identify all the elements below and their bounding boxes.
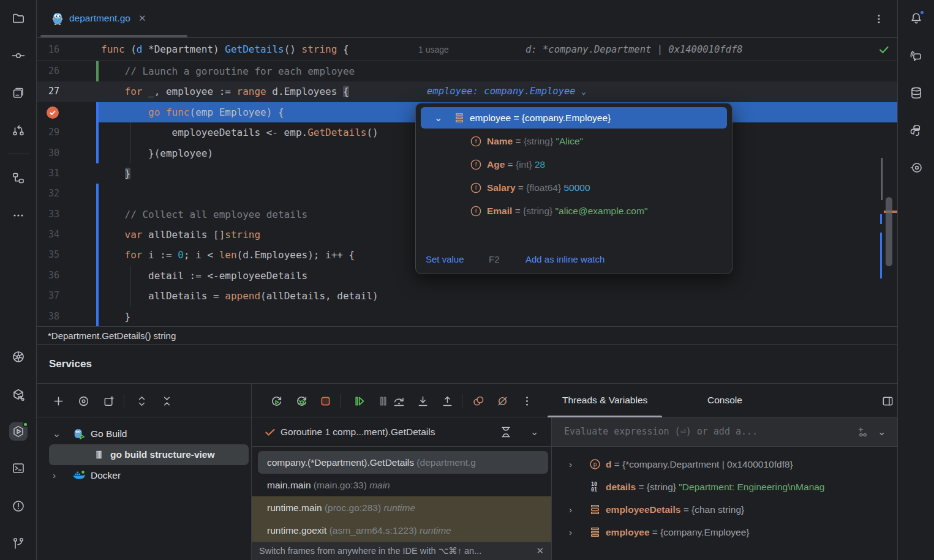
debugger-inline-hint[interactable]: employee: company.Employee ⌄ [427, 81, 586, 102]
change-marker [96, 307, 99, 327]
popup-field-salary[interactable]: fSalary = {float64} 50000 [416, 176, 732, 200]
editor-tab-bar: department.go ✕ [37, 0, 897, 38]
chevron-right-icon[interactable]: › [53, 470, 56, 481]
expand-all-icon[interactable] [134, 393, 149, 409]
chevron-down-icon[interactable]: ⌄ [581, 87, 586, 96]
rerun-debug-icon[interactable] [293, 393, 309, 409]
popup-field-name[interactable]: fName = {string} "Alice" [416, 130, 732, 153]
rerun-icon[interactable] [268, 393, 284, 409]
folder-icon[interactable] [9, 9, 28, 28]
tab-threads-variables[interactable]: Threads & Variables [548, 384, 662, 417]
code-text: for i := 0; i < len(d.Employees); i++ { [101, 245, 355, 265]
frame-row[interactable]: runtime.main (proc.go:283) runtime [252, 496, 551, 519]
line-number: 34 [37, 225, 59, 245]
pause-icon[interactable] [375, 393, 391, 409]
code-line-27[interactable]: 27 for _, employee := range d.Employees … [37, 81, 897, 102]
editor-tab-department-go[interactable]: department.go ✕ [47, 6, 151, 31]
code-text: }(employee) [101, 143, 213, 163]
editor-scrollbar-thumb[interactable] [886, 197, 892, 266]
variable-row-employeeDetails[interactable]: ›employeeDetails = {chan string} [552, 498, 897, 521]
line-number: 27 [37, 81, 59, 102]
hourglass-icon[interactable] [499, 425, 513, 439]
add-inline-watch-link[interactable]: Add as inline watch [525, 252, 604, 267]
commit-icon[interactable] [9, 47, 28, 65]
resume-icon[interactable] [351, 393, 367, 409]
ai-assistant-icon[interactable] [907, 47, 925, 65]
code-text: var allDetails []string [101, 225, 260, 245]
code-line-38[interactable]: 38 } [37, 307, 897, 327]
set-value-link[interactable]: Set value [426, 252, 464, 267]
code-text: employeeDetails <- emp.GetDetails() [101, 122, 378, 143]
tab-close-icon[interactable]: ✕ [138, 13, 146, 24]
code-line-26[interactable]: 26 // Launch a goroutine for each employ… [37, 61, 897, 81]
svg-text:f: f [475, 138, 477, 144]
step-out-icon[interactable] [439, 393, 455, 409]
chevron-right-icon[interactable]: › [569, 521, 572, 543]
chevron-right-icon[interactable]: › [569, 498, 572, 521]
python-icon[interactable] [907, 121, 925, 140]
pull-requests-icon[interactable] [9, 121, 28, 140]
service-item-docker[interactable]: ›Docker [37, 465, 249, 486]
panel-divider[interactable] [251, 417, 252, 560]
add-to-watches-icon[interactable] [856, 425, 870, 439]
step-over-icon[interactable] [391, 393, 407, 409]
service-item-go-build[interactable]: ⌄Go Build [37, 424, 249, 444]
frame-row[interactable]: company.(*Department).GetDetails (depart… [258, 451, 548, 474]
frame-row[interactable]: runtime.goexit (asm_arm64.s:1223) runtim… [252, 519, 551, 542]
kubernetes-icon[interactable] [9, 348, 28, 366]
notification-badge [919, 10, 925, 15]
binary-icon: 1001 [589, 480, 601, 493]
right-activity-bar [897, 0, 934, 560]
panel-divider[interactable] [551, 417, 552, 560]
svg-text:f: f [475, 184, 477, 191]
evaluate-expression-input[interactable]: Evaluate expression (⏎) or add a... ⌄ [552, 417, 897, 447]
profiler-icon[interactable] [907, 159, 925, 177]
editor-more-menu-icon[interactable] [870, 10, 888, 28]
more-icon[interactable] [9, 206, 28, 225]
problems-icon[interactable] [9, 497, 28, 515]
database-icon[interactable] [907, 84, 925, 102]
chevron-down-icon[interactable]: ⌄ [53, 428, 61, 439]
popup-selected-variable[interactable]: ⌄ employee = {company.Employee} [421, 107, 727, 129]
notifications-icon[interactable] [907, 9, 925, 28]
usage-hint[interactable]: 1 usage [418, 38, 449, 61]
breadcrumb[interactable]: *Department.GetDetails() string [37, 326, 897, 345]
tab-console[interactable]: Console [693, 384, 757, 417]
chevron-right-icon[interactable]: › [569, 453, 572, 476]
collapse-all-icon[interactable] [159, 393, 175, 409]
show-options-icon[interactable] [75, 393, 91, 409]
mute-breakpoints-icon[interactable] [494, 393, 510, 409]
structure-icon[interactable] [9, 169, 28, 187]
frame-row[interactable]: main.main (main.go:33) main [252, 474, 551, 496]
chevron-down-icon[interactable]: ⌄ [878, 425, 886, 439]
terminal-icon[interactable] [9, 459, 28, 477]
breakpoint-verified-icon[interactable] [47, 106, 59, 119]
running-indicator [23, 422, 28, 427]
variable-row-d[interactable]: ›pd = {*company.Department | 0x1400010fd… [552, 453, 897, 476]
add-icon[interactable] [50, 393, 66, 409]
code-line-37[interactable]: 37 allDetails = append(allDetails, detai… [37, 286, 897, 306]
chevron-down-icon[interactable]: ⌄ [434, 107, 442, 129]
step-into-icon[interactable] [415, 393, 431, 409]
variable-row-employee[interactable]: ›employee = {company.Employee} [552, 521, 897, 543]
windows-icon[interactable] [9, 84, 28, 102]
dev-cube-icon[interactable] [9, 386, 28, 404]
git-branch-icon[interactable] [9, 534, 28, 553]
kebab-icon[interactable] [519, 393, 535, 409]
popup-field-age[interactable]: fAge = {int} 28 [416, 153, 732, 176]
banner-close-icon[interactable]: ✕ [537, 542, 544, 560]
add-service-icon[interactable] [101, 393, 117, 409]
layout-settings-icon[interactable] [879, 393, 895, 409]
code-text: // Launch a goroutine for each employee [101, 61, 355, 81]
stop-icon[interactable] [317, 393, 333, 409]
field-icon: f [470, 205, 482, 217]
view-breakpoints-icon[interactable] [470, 393, 486, 409]
variable-row-details[interactable]: 1001details = {string} "Department: Engi… [552, 476, 897, 498]
toolbar-separator [341, 394, 341, 408]
chevron-down-icon[interactable]: ⌄ [530, 426, 538, 438]
popup-field-email[interactable]: fEmail = {string} "alice@example.com" [416, 200, 732, 223]
goroutine-selector[interactable]: Goroutine 1 comp...ment).GetDetails ⌄ [252, 417, 551, 447]
services-icon[interactable] [9, 422, 28, 441]
tab-strip-scrollbar[interactable] [40, 35, 187, 37]
service-item-go-build-structure-view[interactable]: go build structure-view [49, 444, 249, 465]
